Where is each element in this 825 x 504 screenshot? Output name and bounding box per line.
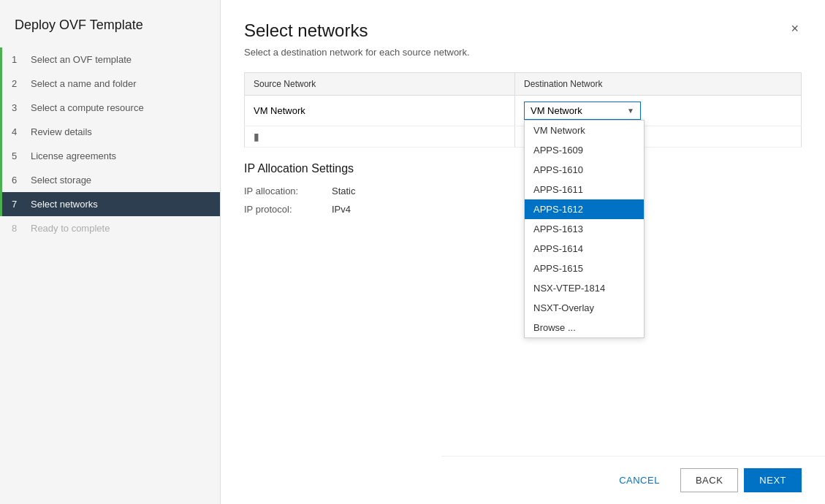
ip-protocol-row: IP protocol: IPv4 [244,204,802,215]
cancel-button[interactable]: CANCEL [604,469,674,492]
sidebar-step-6[interactable]: 6Select storage [0,168,220,192]
step-num-4: 4 [12,126,25,137]
main-subtitle: Select a destination network for each so… [244,47,802,58]
dropdown-option-5[interactable]: APPS-1613 [525,219,644,239]
ip-allocation-row: IP allocation: Static [244,186,802,196]
step-num-7: 7 [12,199,25,210]
ip-allocation-section: IP Allocation Settings IP allocation: St… [244,162,802,222]
dest-selected-value: VM Network [531,105,582,116]
dropdown-option-4[interactable]: APPS-1612 [525,199,644,219]
step-num-5: 5 [12,150,25,161]
chevron-down-icon: ▼ [627,107,634,115]
table-row: VM Network VM Network ▼ VM NetworkAPPS-1… [245,96,802,126]
col-source-header: Source Network [245,73,515,96]
sidebar-step-8: 8Ready to complete [0,216,220,240]
step-label-4: Review details [31,126,92,137]
dropdown-option-10[interactable]: Browse ... [525,318,644,337]
sidebar-step-7[interactable]: 7Select networks [0,192,220,216]
dropdown-option-0[interactable]: VM Network [525,121,644,140]
step-num-3: 3 [12,102,25,113]
ip-allocation-label: IP allocation: [244,186,332,196]
sidebar-step-5[interactable]: 5License agreements [0,144,220,168]
step-label-7: Select networks [31,199,98,210]
sidebar-step-2[interactable]: 2Select a name and folder [0,72,220,96]
ip-protocol-label: IP protocol: [244,204,332,215]
page-title: Select networks [244,20,368,41]
ip-allocation-value: Static [332,186,356,196]
dropdown-option-8[interactable]: NSX-VTEP-1814 [525,278,644,298]
step-label-5: License agreements [31,150,116,161]
main-content: Select networks × Select a destination n… [221,0,825,504]
main-header: Select networks × [244,20,802,41]
footer: CANCEL BACK NEXT [441,456,825,504]
dest-dropdown-container: VM Network ▼ VM NetworkAPPS-1609APPS-161… [524,102,792,120]
ip-protocol-value: IPv4 [332,204,351,215]
sidebar-step-1[interactable]: 1Select an OVF template [0,47,220,72]
dest-dropdown-trigger[interactable]: VM Network ▼ [524,102,641,120]
step-label-8: Ready to complete [31,223,110,234]
expand-icon[interactable]: ▮ [254,131,259,142]
back-button[interactable]: BACK [680,468,738,492]
step-num-6: 6 [12,175,25,186]
close-button[interactable]: × [788,20,802,37]
step-label-6: Select storage [31,175,91,186]
sidebar-title: Deploy OVF Template [0,0,220,47]
col-dest-header: Destination Network [515,73,802,96]
dropdown-option-1[interactable]: APPS-1609 [525,140,644,160]
dropdown-option-6[interactable]: APPS-1614 [525,239,644,259]
expand-row: ▮ 1 items [245,126,802,148]
sidebar: Deploy OVF Template 1Select an OVF templ… [0,0,221,504]
step-label-2: Select a name and folder [31,78,137,89]
step-label-3: Select a compute resource [31,102,144,113]
dest-dropdown-menu: VM NetworkAPPS-1609APPS-1610APPS-1611APP… [524,120,645,338]
step-num-2: 2 [12,78,25,89]
deploy-ovf-dialog: Deploy OVF Template 1Select an OVF templ… [0,0,825,504]
dropdown-option-9[interactable]: NSXT-Overlay [525,298,644,318]
dest-network-cell: VM Network ▼ VM NetworkAPPS-1609APPS-161… [515,96,802,126]
step-num-8: 8 [12,223,25,234]
step-num-1: 1 [12,54,25,65]
next-button[interactable]: NEXT [744,468,802,492]
dropdown-option-2[interactable]: APPS-1610 [525,160,644,180]
dropdown-option-7[interactable]: APPS-1615 [525,259,644,278]
source-network-cell: VM Network [245,96,515,126]
steps-list: 1Select an OVF template2Select a name an… [0,47,220,504]
ip-allocation-title: IP Allocation Settings [244,162,802,175]
dropdown-option-3[interactable]: APPS-1611 [525,180,644,199]
step-label-1: Select an OVF template [31,54,132,65]
network-table: Source Network Destination Network VM Ne… [244,72,802,148]
sidebar-step-3[interactable]: 3Select a compute resource [0,96,220,120]
sidebar-step-4[interactable]: 4Review details [0,120,220,144]
